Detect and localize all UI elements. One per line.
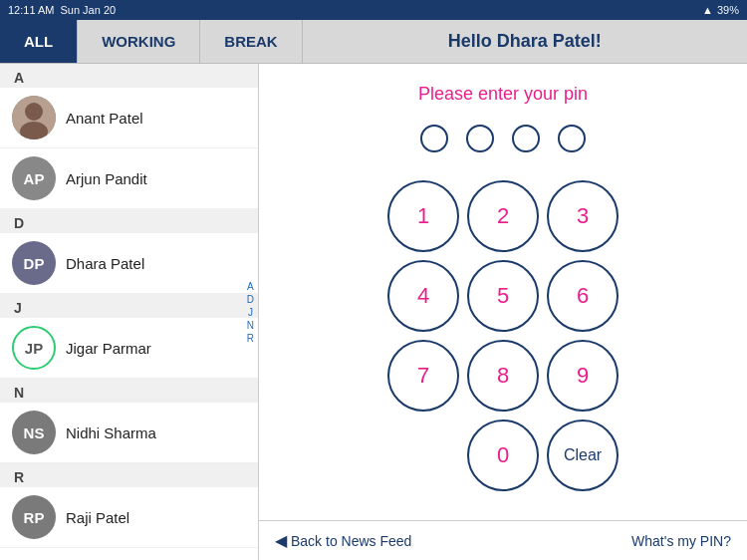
wifi-icon: ▲	[702, 4, 713, 16]
section-header-a: A	[0, 64, 258, 88]
contact-name-nidhi: Nidhi Sharma	[66, 424, 156, 441]
date: Sun Jan 20	[60, 4, 116, 16]
avatar-nidhi: NS	[12, 411, 56, 454]
avatar-arjun: AP	[12, 156, 56, 200]
contact-jigar-parmar[interactable]: JP Jigar Parmar	[0, 318, 258, 379]
pin-btn-1[interactable]: 1	[387, 180, 459, 252]
section-header-d: D	[0, 209, 258, 233]
tab-working[interactable]: WORKING	[78, 20, 200, 63]
battery: 39%	[717, 4, 739, 16]
forgot-pin-label: What's my PIN?	[631, 533, 731, 549]
pin-prompt: Please enter your pin	[418, 84, 588, 105]
tab-break[interactable]: BREAK	[200, 20, 302, 63]
alpha-a[interactable]: A	[247, 281, 254, 292]
section-header-j: J	[0, 294, 258, 318]
pin-btn-6[interactable]: 6	[547, 260, 619, 332]
alpha-n[interactable]: N	[247, 320, 254, 331]
contact-name-dhara: Dhara Patel	[66, 255, 144, 272]
bottom-nav: ◀ Back to News Feed What's my PIN?	[259, 520, 747, 560]
avatar-anant	[12, 96, 56, 140]
pin-btn-2[interactable]: 2	[467, 180, 539, 252]
section-header-r: R	[0, 463, 258, 487]
alpha-j[interactable]: J	[248, 307, 253, 318]
tab-all[interactable]: ALL	[0, 20, 78, 63]
status-bar: 12:11 AM Sun Jan 20 ▲ 39%	[0, 0, 747, 20]
avatar-jigar: JP	[12, 326, 56, 370]
pin-btn-7[interactable]: 7	[387, 340, 459, 412]
pin-btn-3[interactable]: 3	[547, 180, 619, 252]
contact-name-raji: Raji Patel	[66, 509, 129, 526]
back-to-news-feed-button[interactable]: ◀ Back to News Feed	[275, 531, 411, 550]
pin-btn-5[interactable]: 5	[467, 260, 539, 332]
contact-name-arjun: Arjun Pandit	[66, 170, 147, 187]
contact-nidhi-sharma[interactable]: NS Nidhi Sharma	[0, 403, 258, 463]
header-title: Hello Dhara Patel!	[303, 20, 747, 63]
pin-btn-0[interactable]: 0	[467, 420, 539, 491]
contact-dhara-patel[interactable]: DP Dhara Patel	[0, 233, 258, 294]
alpha-index: A D J N R	[247, 281, 254, 344]
pin-dot-3	[512, 125, 540, 152]
contact-arjun-pandit[interactable]: AP Arjun Pandit	[0, 148, 258, 209]
main-content: A Anant Patel AP Arjun Pandit D DP Dhara…	[0, 64, 747, 560]
alpha-r[interactable]: R	[247, 333, 254, 344]
pin-dots	[420, 125, 586, 152]
avatar-raji: RP	[12, 495, 56, 539]
back-label: Back to News Feed	[291, 533, 411, 549]
time: 12:11 AM	[8, 4, 54, 16]
alpha-d[interactable]: D	[247, 294, 254, 305]
svg-point-1	[25, 103, 43, 121]
contact-raji-patel[interactable]: RP Raji Patel	[0, 487, 258, 548]
pin-btn-4[interactable]: 4	[387, 260, 459, 332]
sidebar: A Anant Patel AP Arjun Pandit D DP Dhara…	[0, 64, 259, 560]
pin-btn-clear[interactable]: Clear	[547, 420, 619, 491]
pin-dot-4	[558, 125, 586, 152]
contact-name-jigar: Jigar Parmar	[66, 340, 151, 357]
pin-dot-1	[420, 125, 448, 152]
pin-dot-2	[466, 125, 494, 152]
tab-bar: ALL WORKING BREAK Hello Dhara Patel!	[0, 20, 747, 64]
section-header-n: N	[0, 379, 258, 403]
avatar-dhara: DP	[12, 241, 56, 285]
whats-my-pin-button[interactable]: What's my PIN?	[631, 533, 731, 549]
pin-panel: Please enter your pin 1 2 3 4 5 6 7 8 9 …	[259, 64, 747, 560]
pin-btn-8[interactable]: 8	[467, 340, 539, 412]
back-arrow-icon: ◀	[275, 531, 287, 550]
pin-grid: 1 2 3 4 5 6 7 8 9 0 Clear	[387, 180, 619, 491]
pin-btn-9[interactable]: 9	[547, 340, 619, 412]
contact-anant-patel[interactable]: Anant Patel	[0, 88, 258, 148]
contact-name-anant: Anant Patel	[66, 110, 143, 127]
